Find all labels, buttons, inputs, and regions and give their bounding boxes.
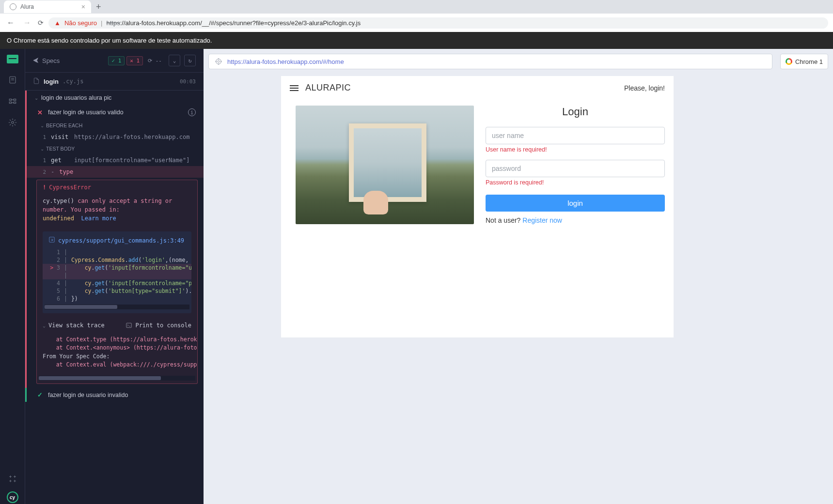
print-to-console-button[interactable]: Print to console xyxy=(126,322,191,329)
spec-filename: login xyxy=(44,78,59,85)
fail-icon xyxy=(37,109,44,116)
tab-title: Alura xyxy=(20,3,34,10)
login-form: Login User name is required! Password is… xyxy=(486,106,665,224)
login-title: Login xyxy=(486,106,665,118)
target-icon xyxy=(215,58,222,65)
suite-title[interactable]: ⌄ login de usuarios alura pic xyxy=(27,91,204,105)
svg-rect-3 xyxy=(9,99,12,101)
app-under-test: https://alura-fotos.herokuapp.com/#/home… xyxy=(204,49,833,504)
password-input[interactable] xyxy=(486,160,665,177)
error-message: cy.type() can only accept a string or nu… xyxy=(37,195,197,228)
svg-point-9 xyxy=(11,122,14,124)
error-block: ! CypressError cy.type() can only accept… xyxy=(36,180,198,384)
horizontal-scrollbar[interactable] xyxy=(39,376,195,381)
open-in-editor-icon xyxy=(48,236,55,244)
aut-viewport: ALURAPIC Please, login! Login User name … xyxy=(204,76,833,504)
test-body-label: ⌄ TEST BODY xyxy=(27,143,204,154)
pending-indicator: ⟳ -- xyxy=(145,57,165,65)
chrome-icon xyxy=(786,58,792,65)
globe-icon xyxy=(10,3,16,10)
runner-stats: ✓ 1 ✕ 1 ⟳ -- xyxy=(108,56,165,65)
learn-more-link[interactable]: Learn more xyxy=(81,215,116,222)
not-secure-label: Não seguro xyxy=(64,19,97,27)
view-stack-trace-toggle[interactable]: ⌄ View stack trace xyxy=(43,322,105,329)
back-button[interactable]: ← xyxy=(5,16,16,29)
test-suite-fail: ⌄ login de usuarios alura pic fazer logi… xyxy=(25,91,204,388)
open-file-link[interactable]: cypress/support/gui_commands.js:3:49 xyxy=(43,235,191,248)
rerun-button[interactable]: ↻ xyxy=(184,55,196,66)
cypress-icon-sidebar: cy xyxy=(0,49,25,504)
new-tab-button[interactable]: + xyxy=(91,2,106,12)
app-frame: ALURAPIC Please, login! Login User name … xyxy=(281,76,674,337)
test-item-pass[interactable]: fazer login de usuario invalido xyxy=(27,388,204,402)
browser-chrome: Alura × + ← → ⟳ ▲ Não seguro | https://a… xyxy=(0,0,833,32)
settings-nav-icon[interactable] xyxy=(8,118,17,127)
register-prompt: Not a user? Register now xyxy=(486,216,665,224)
register-link[interactable]: Register now xyxy=(522,216,562,224)
browser-badge[interactable]: Chrome 1 xyxy=(780,54,828,69)
pass-icon xyxy=(37,391,44,398)
file-icon xyxy=(33,77,40,85)
address-input[interactable]: ▲ Não seguro | https://alura-fotos.herok… xyxy=(48,17,828,29)
cypress-badge-icon[interactable]: cy xyxy=(7,491,18,503)
chevron-down-icon: ⌄ xyxy=(34,95,38,101)
username-error: User name is required! xyxy=(486,146,665,153)
tab-bar: Alura × + xyxy=(0,0,833,14)
test-item-fail[interactable]: fazer login de usuario valido i xyxy=(27,105,204,120)
hero-image xyxy=(296,106,474,224)
horizontal-scrollbar[interactable] xyxy=(45,305,189,309)
specs-back-link[interactable]: ⮜ Specs xyxy=(33,57,60,64)
cypress-logo[interactable] xyxy=(7,55,18,63)
failed-count: ✕ 1 xyxy=(126,56,143,65)
bang-icon: ! xyxy=(43,184,46,191)
console-icon xyxy=(126,322,132,329)
automation-banner: O Chrome está sendo controlado por um so… xyxy=(0,32,833,49)
aut-url-bar[interactable]: https://alura-fotos.herokuapp.com/#/home xyxy=(208,54,772,69)
login-button[interactable]: login xyxy=(486,195,665,212)
svg-rect-12 xyxy=(126,323,132,327)
specs-nav-icon[interactable] xyxy=(8,75,17,85)
stack-trace: at Context.type (https://alura-fotos.her… xyxy=(37,334,197,374)
svg-rect-6 xyxy=(14,102,16,104)
keyboard-icon[interactable] xyxy=(8,474,17,484)
svg-point-14 xyxy=(216,59,221,64)
tab-close-icon[interactable]: × xyxy=(81,3,85,11)
runs-nav-icon[interactable] xyxy=(8,96,17,106)
spec-title-row[interactable]: login.cy.js 00:03 xyxy=(25,73,204,91)
username-input[interactable] xyxy=(486,127,665,144)
please-login-text: Please, login! xyxy=(624,84,665,92)
hamburger-icon[interactable] xyxy=(290,85,299,91)
command-row[interactable]: 1 visit https://alura-fotos.herokuapp.co… xyxy=(25,131,204,143)
aut-url: https://alura-fotos.herokuapp.com/#/home xyxy=(227,58,766,65)
browser-tab[interactable]: Alura × xyxy=(4,0,91,13)
test-runner-panel: ⮜ Specs ✓ 1 ✕ 1 ⟳ -- ⌄ ↻ login.cy.js 00:… xyxy=(25,49,204,504)
command-row[interactable]: 1 get input[formcontrolname="userName"] xyxy=(25,154,204,166)
svg-line-11 xyxy=(51,239,53,241)
chevron-down-icon: ⌄ xyxy=(43,323,46,328)
reload-button[interactable]: ⟳ xyxy=(38,19,44,27)
password-error: Password is required! xyxy=(486,179,665,186)
command-row-active[interactable]: 2 -type xyxy=(25,166,204,178)
svg-point-15 xyxy=(218,61,220,62)
address-bar: ← → ⟳ ▲ Não seguro | https://alura-fotos… xyxy=(0,14,833,32)
test-suite-pass: fazer login de usuario invalido xyxy=(25,388,204,402)
app-header: ALURAPIC Please, login! xyxy=(281,76,674,100)
error-type: ! CypressError xyxy=(37,180,197,195)
passed-count: ✓ 1 xyxy=(108,56,125,65)
code-frame: cypress/support/gui_commands.js:3:49 1|2… xyxy=(43,231,191,313)
back-arrow-icon: ⮜ xyxy=(33,57,39,64)
svg-rect-5 xyxy=(14,99,16,101)
chevron-down-button[interactable]: ⌄ xyxy=(169,55,180,66)
before-each-label: ⌄ BEFORE EACH xyxy=(27,120,204,131)
info-icon[interactable]: i xyxy=(188,108,196,116)
runner-header: ⮜ Specs ✓ 1 ✕ 1 ⟳ -- ⌄ ↻ xyxy=(25,49,204,73)
forward-button[interactable]: → xyxy=(21,16,33,29)
svg-rect-4 xyxy=(9,102,12,104)
elapsed-time: 00:03 xyxy=(180,78,196,85)
app-brand: ALURAPIC xyxy=(305,83,351,93)
warning-icon: ▲ xyxy=(54,19,61,27)
